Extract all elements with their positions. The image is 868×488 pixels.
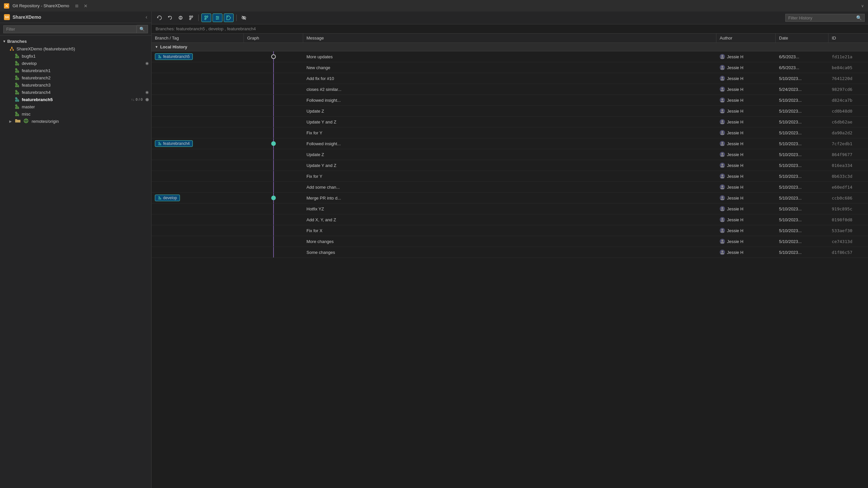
table-cell-author: Jessie H <box>716 247 776 258</box>
table-cell-branch <box>152 62 244 73</box>
sidebar-section-branches: ▼ Branches ShareXDemo (featurebranch5) <box>0 36 151 488</box>
branch-list-button[interactable] <box>213 13 222 22</box>
table-cell-date: 5/10/2023... <box>776 225 829 236</box>
svg-point-22 <box>18 86 19 87</box>
table-row[interactable]: Update Y and Z Jessie H5/10/2023...016ea… <box>152 160 868 171</box>
svg-point-50 <box>207 16 208 17</box>
svg-point-31 <box>16 100 17 101</box>
pin-button[interactable]: ⊞ <box>75 4 79 8</box>
table-row[interactable]: Update Y and Z Jessie H5/10/2023...c6db6… <box>152 117 868 127</box>
table-row[interactable]: Followed insight... Jessie H5/10/2023...… <box>152 95 868 106</box>
table-row[interactable]: Update Z Jessie H5/10/2023...cd0b48d0 <box>152 106 868 117</box>
table-cell-id: d1f86c57 <box>829 247 868 258</box>
table-cell-id: d824ca7b <box>829 95 868 105</box>
sidebar-item-remotes-origin[interactable]: ▶ remotes/origin <box>0 118 151 125</box>
table-row[interactable]: closes #2 similar... Jessie H5/24/2023..… <box>152 84 868 95</box>
table-cell-author: Jessie H <box>716 236 776 247</box>
close-button[interactable]: ✕ <box>84 3 88 8</box>
table-row[interactable]: Some changes Jessie H5/10/2023...d1f86c5… <box>152 247 868 258</box>
table-row[interactable]: Fix for X Jessie H5/10/2023...533aef30 <box>152 225 868 236</box>
svg-point-95 <box>721 164 723 166</box>
table-row[interactable]: Add some chan... Jessie H5/10/2023...e60… <box>152 182 868 193</box>
sidebar-item-fb3-label: featurebranch3 <box>22 83 149 88</box>
branch-link-develop[interactable]: develop <box>208 26 223 31</box>
branch-badge[interactable]: featurebranch5 <box>155 53 193 60</box>
sidebar-item-misc[interactable]: misc <box>0 110 151 118</box>
svg-point-57 <box>218 18 219 19</box>
table-cell-author: Jessie H <box>716 106 776 116</box>
sidebar-collapse-button[interactable]: ‹ <box>146 14 147 20</box>
table-cell-date: 5/10/2023... <box>776 73 829 84</box>
table-cell-graph <box>244 160 303 170</box>
sidebar-item-master[interactable]: master <box>0 103 151 110</box>
sidebar-item-featurebranch4[interactable]: featurebranch4 ◉ <box>0 89 151 96</box>
table-cell-branch: develop <box>152 193 244 203</box>
table-cell-date: 5/10/2023... <box>776 149 829 160</box>
branch-button[interactable] <box>187 14 196 22</box>
svg-marker-59 <box>227 16 231 20</box>
branch-icon-bugfix1 <box>14 53 20 59</box>
commit-graph-button[interactable] <box>202 13 211 22</box>
table-row[interactable]: Hotfix YZ Jessie H5/10/2023...919c895c <box>152 203 868 215</box>
sidebar: SX ShareXDemo ‹ 🔍 ▼ Branches <box>0 11 152 488</box>
sidebar-item-bugfix1[interactable]: bugfix1 <box>0 52 151 60</box>
table-cell-date: 5/10/2023... <box>776 215 829 225</box>
avatar <box>720 250 725 255</box>
local-history-section-header[interactable]: ▼ Local History <box>152 43 868 52</box>
sidebar-item-master-label: master <box>22 104 149 109</box>
branch-badge[interactable]: featurebranch4 <box>155 140 193 147</box>
table-cell-message: Merge PR into d... <box>303 193 716 203</box>
table-row[interactable]: Fix for Y Jessie H5/10/2023...da90a2d2 <box>152 127 868 138</box>
branches-section-header[interactable]: ▼ Branches <box>0 37 151 45</box>
table-row[interactable]: developMerge PR into d... Jessie H5/10/2… <box>152 193 868 203</box>
svg-point-0 <box>11 47 12 48</box>
svg-point-7 <box>16 57 17 58</box>
svg-point-76 <box>721 88 723 90</box>
table-cell-id: 919c895c <box>829 203 868 214</box>
window-chevron[interactable]: ∨ <box>861 4 864 8</box>
table-cell-author: Jessie H <box>716 52 776 62</box>
table-row[interactable]: More changes Jessie H5/10/2023...ce74313… <box>152 236 868 247</box>
sidebar-item-featurebranch5[interactable]: featurebranch5 ↑↓ 0 / 0 ◉ <box>0 96 151 103</box>
table-row[interactable]: Update Z Jessie H5/10/2023...864f9677 <box>152 149 868 160</box>
table-row[interactable]: Add X, Y, and Z Jessie H5/10/2023...0198… <box>152 215 868 225</box>
col-header-author: Author <box>716 34 776 42</box>
branch-link-featurebranch5[interactable]: featurebranch5 <box>176 26 205 31</box>
avatar <box>720 87 725 92</box>
sidebar-item-sharexdemo-root[interactable]: ShareXDemo (featurebranch5) <box>0 45 151 52</box>
avatar <box>720 195 725 200</box>
table-cell-message: Followed insight... <box>303 95 716 105</box>
table-row[interactable]: featurebranch4Followed insight... Jessie… <box>152 138 868 149</box>
table-cell-branch <box>152 171 244 182</box>
table-cell-branch <box>152 95 244 105</box>
branch-link-featurebranch4[interactable]: featurebranch4 <box>227 26 256 31</box>
sidebar-item-featurebranch2[interactable]: featurebranch2 <box>0 74 151 82</box>
svg-point-70 <box>721 55 723 57</box>
sidebar-item-label: ShareXDemo (featurebranch5) <box>17 46 149 52</box>
sidebar-item-develop[interactable]: develop ◉ <box>0 60 151 67</box>
table-cell-author: Jessie H <box>716 95 776 105</box>
sidebar-item-featurebranch1[interactable]: featurebranch1 <box>0 67 151 74</box>
table-row[interactable]: New change Jessie H6/5/2023...be84ca05 <box>152 62 868 73</box>
filter-history-input[interactable] <box>788 15 854 21</box>
svg-point-45 <box>189 16 191 17</box>
branch-badge[interactable]: develop <box>155 195 180 201</box>
table-row[interactable]: Add fix for #10 Jessie H5/10/2023...7641… <box>152 73 868 84</box>
tag-button[interactable] <box>224 13 234 22</box>
refresh-button[interactable] <box>155 14 164 22</box>
fetch-button[interactable] <box>176 14 185 22</box>
table-row[interactable]: featurebranch5More updates Jessie H6/5/2… <box>152 52 868 62</box>
undo-button[interactable] <box>165 14 175 22</box>
hide-button[interactable] <box>239 14 248 22</box>
sidebar-filter-input[interactable] <box>3 25 137 33</box>
sidebar-filter-search-button[interactable]: 🔍 <box>137 25 148 33</box>
table-row[interactable]: Fix for Y Jessie H5/10/2023...0b633c3d <box>152 171 868 182</box>
filter-history-search-icon[interactable]: 🔍 <box>856 15 862 21</box>
svg-point-34 <box>18 107 19 109</box>
svg-line-3 <box>10 48 12 50</box>
sidebar-item-featurebranch3[interactable]: featurebranch3 <box>0 82 151 89</box>
svg-point-14 <box>18 71 19 72</box>
table-cell-id: 0b633c3d <box>829 171 868 182</box>
table-cell-date: 5/10/2023... <box>776 182 829 192</box>
table-cell-id: e60edf14 <box>829 182 868 192</box>
